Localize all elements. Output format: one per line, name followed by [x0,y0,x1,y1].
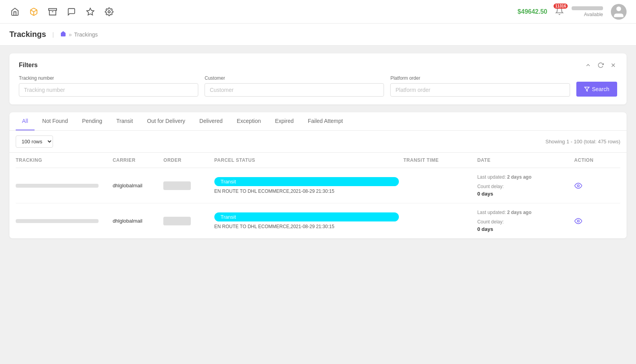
filters-header: Filters [19,61,617,69]
row2-status-badge: Transit [214,212,399,221]
balance-display: $49642.50 [517,8,547,15]
row2-parcel-route: EN ROUTE TO DHL ECOMMERCE,2021-08-29 21:… [214,224,399,229]
notification-badge: 11316 [554,4,568,9]
chat-icon[interactable] [66,6,77,17]
page-header: Trackings | » Trackings [0,24,636,46]
user-name-blurred [572,6,603,10]
collapse-icon[interactable] [584,61,592,69]
row1-order [163,181,209,190]
breadcrumb-home-icon[interactable] [60,31,66,38]
customer-input[interactable] [205,83,384,97]
row1-carrier: dhlglobalmail [113,183,159,188]
showing-text: Showing 1 - 100 (total: 475 rows) [545,139,620,145]
home-icon[interactable] [9,6,20,17]
notification-bell[interactable]: 11316 [555,7,564,16]
table-header: TRACKING CARRIER ORDER PARCEL STATUS TRA… [16,153,620,168]
main-content: Filters [0,46,636,246]
archive-icon[interactable] [47,6,58,17]
row2-order [163,217,209,225]
tab-pending[interactable]: Pending [76,112,108,130]
top-navigation: $49642.50 11316 Available [0,0,636,24]
tracking-number-label: Tracking number [19,75,198,81]
page-title: Trackings [9,30,46,39]
row1-date: Last updated: 2 days ago Count delay: 0 … [477,174,570,197]
tabs-row: All Not Found Pending Transit Out for De… [9,112,627,131]
tab-all[interactable]: All [16,112,35,130]
row1-parcel-route: EN ROUTE TO DHL ECOMMERCE,2021-08-29 21:… [214,188,399,194]
table-controls: 100 rows 50 rows 25 rows Showing 1 - 100… [9,131,627,153]
row1-action[interactable] [574,182,620,190]
nav-right: $49642.50 11316 Available [517,4,627,20]
th-carrier: CARRIER [113,157,159,163]
refresh-icon[interactable] [597,61,605,69]
filters-actions [584,61,617,69]
filters-row: Tracking number Customer Platform order … [19,75,617,97]
customer-label: Customer [205,75,384,81]
svg-marker-3 [87,8,94,15]
platform-order-label: Platform order [390,75,570,81]
row2-date: Last updated: 2 days ago Count delay: 0 … [477,210,570,232]
star-icon[interactable] [85,6,96,17]
row2-parcel-status: Transit EN ROUTE TO DHL ECOMMERCE,2021-0… [214,212,399,229]
th-tracking: TRACKING [16,157,108,163]
user-status-text: Available [584,12,603,17]
search-btn-icon [584,86,590,92]
row2-last-updated-label: Last updated: 2 days ago [477,210,570,215]
row1-parcel-status: Transit EN ROUTE TO DHL ECOMMERCE,2021-0… [214,177,399,194]
tab-failed-attempt[interactable]: Failed Attempt [302,112,349,130]
customer-filter: Customer [205,75,384,97]
th-transit-time: TRANSIT TIME [404,157,473,163]
row1-last-updated-label: Last updated: 2 days ago [477,174,570,180]
row2-tracking [16,219,108,223]
th-action: ACTION [574,157,620,163]
tab-exception[interactable]: Exception [230,112,267,130]
row2-count-delay-label: Count delay: [477,219,570,225]
svg-marker-8 [585,87,589,91]
svg-point-5 [616,6,621,11]
svg-point-10 [577,220,579,222]
filters-title: Filters [19,62,38,69]
tab-expired[interactable]: Expired [269,112,300,130]
table-row: dhlglobalmail Transit EN ROUTE TO DHL EC… [16,203,620,238]
platform-order-input[interactable] [390,83,570,97]
row1-count-delay-value: 0 days [477,191,570,197]
th-parcel-status: PARCEL STATUS [214,157,399,163]
svg-point-9 [577,185,579,187]
tab-transit[interactable]: Transit [110,112,139,130]
breadcrumb-separator: » [69,31,72,38]
row1-status-badge: Transit [214,177,399,186]
row2-action[interactable] [574,217,620,225]
tab-delivered[interactable]: Delivered [193,112,229,130]
close-filter-icon[interactable] [609,61,617,69]
th-order: ORDER [163,157,209,163]
row1-tracking [16,184,108,188]
tab-not-found[interactable]: Not Found [36,112,74,130]
table-row: dhlglobalmail Transit EN ROUTE TO DHL EC… [16,168,620,203]
tracking-number-input[interactable] [19,83,198,97]
svg-point-4 [108,11,110,13]
user-avatar[interactable] [611,4,627,20]
search-btn-label: Search [592,86,609,92]
row1-count-delay-label: Count delay: [477,184,570,189]
tabs-container: All Not Found Pending Transit Out for De… [9,112,627,238]
tracking-number-filter: Tracking number [19,75,198,97]
settings-icon[interactable] [104,6,115,17]
table-wrapper: TRACKING CARRIER ORDER PARCEL STATUS TRA… [9,153,627,238]
th-date: Date [477,157,570,163]
breadcrumb: » Trackings [60,31,98,38]
search-button[interactable]: Search [576,82,617,97]
platform-order-filter: Platform order [390,75,570,97]
breadcrumb-current: Trackings [74,31,98,38]
row2-count-delay-value: 0 days [477,226,570,232]
user-status: Available [572,6,603,17]
filters-card: Filters [9,53,627,104]
svg-rect-1 [49,8,57,10]
rows-per-page-select[interactable]: 100 rows 50 rows 25 rows [16,135,53,148]
row2-carrier: dhlglobalmail [113,218,159,224]
package-icon[interactable] [28,6,39,17]
tab-out-for-delivery[interactable]: Out for Delivery [141,112,192,130]
nav-icons [9,6,115,17]
